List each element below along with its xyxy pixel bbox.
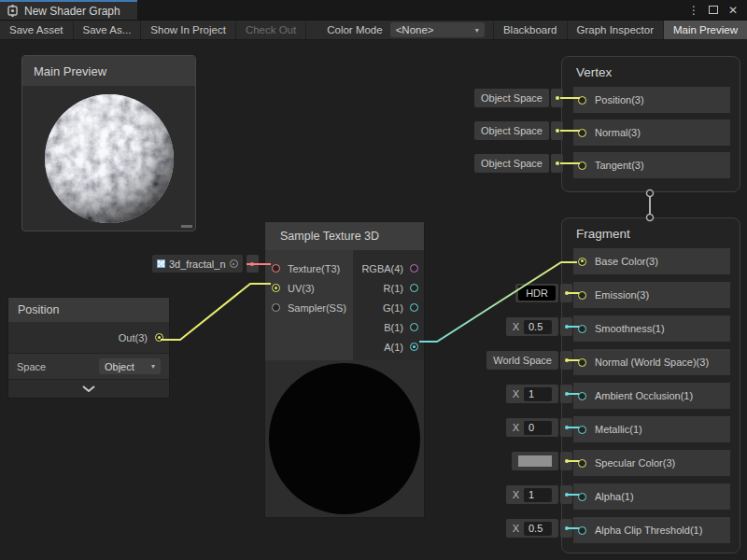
ambient-occlusion-value-chip[interactable]: X 1 [506,385,572,403]
sample-texture-3d-title: Sample Texture 3D [265,222,424,250]
normal-ws-slot[interactable]: Normal (World Space)(3) [573,349,730,375]
position-space-chip[interactable]: Object Space [474,89,563,107]
node-preview-sphere [269,363,420,514]
save-asset-button[interactable]: Save Asset [0,21,74,39]
position-out-slot[interactable]: Out(3) [8,322,169,354]
base-color-slot[interactable]: Base Color(3) [573,248,730,274]
a-output-slot[interactable]: A(1) [353,337,424,357]
tab-title: New Shader Graph [24,5,120,18]
position-port[interactable] [578,96,586,105]
main-preview-viewport[interactable] [22,86,195,231]
fragment-node[interactable]: Fragment Base Color(3) Emission(3) Smoot… [561,217,740,553]
close-icon[interactable]: ✕ [726,1,740,20]
r-output-slot[interactable]: R(1) [353,278,424,298]
ambient-occlusion-value-field[interactable]: 1 [524,387,552,401]
normal-ws-port[interactable] [578,358,586,367]
texture-asset-name: 3d_fractal_n [169,259,226,270]
emission-hdr-chip[interactable]: HDR [515,284,572,302]
vertex-normal-slot[interactable]: Normal(3) [573,119,730,146]
a-output-port[interactable] [410,343,418,351]
texture-input-port[interactable] [272,264,280,273]
ambient-occlusion-port[interactable] [578,392,586,400]
emission-port[interactable] [578,291,586,300]
alpha-value-field[interactable]: 1 [524,488,552,502]
g-output-slot[interactable]: G(1) [353,298,424,317]
node-preview-area [265,360,424,517]
chevron-down-icon: ▾ [151,362,155,371]
main-preview-toggle-button[interactable]: Main Preview [663,21,747,39]
port-dot [565,325,569,329]
color-mode-dropdown[interactable]: <None> ▾ [390,22,485,37]
specular-color-chip[interactable] [512,452,572,470]
panel-resize-grip[interactable] [181,225,192,228]
vertex-tangent-slot[interactable]: Tangent(3) [573,152,730,178]
object-picker-icon[interactable] [230,259,238,268]
texture-input-slot[interactable]: Texture(T3) [265,259,353,278]
tangent-space-chip[interactable]: Object Space [474,154,563,173]
metallic-value-chip[interactable]: X 0 [506,418,572,437]
metallic-port[interactable] [578,426,586,434]
alpha-clip-threshold-slot[interactable]: Alpha Clip Threshold(1) [573,517,730,543]
g-output-port[interactable] [410,303,418,312]
alpha-port[interactable] [578,493,586,501]
specular-color-port[interactable] [578,459,586,468]
main-preview-title: Main Preview [34,64,106,78]
window-menu-icon[interactable]: ⋮ [687,1,700,20]
alpha-clip-threshold-value-field[interactable]: 0.5 [524,522,552,536]
main-preview-panel[interactable]: Main Preview [21,55,196,231]
edge-position-to-uv[interactable] [161,284,271,340]
normal-port[interactable] [578,129,586,137]
texture-asset-icon [157,259,165,268]
b-output-slot[interactable]: B(1) [353,317,424,337]
alpha-value-chip[interactable]: X 1 [506,485,572,504]
blackboard-toggle-button[interactable]: Blackboard [493,21,567,39]
rgba-output-port[interactable] [410,264,418,273]
save-as-button[interactable]: Save As... [74,21,142,39]
preview-sphere-image [43,92,176,225]
smoothness-value-chip[interactable]: X 0.5 [506,317,572,336]
smoothness-slot[interactable]: Smoothness(1) [573,315,730,342]
port-dot [565,392,569,396]
sample-texture-3d-node[interactable]: Sample Texture 3D Texture(T3) UV(3) Samp… [264,221,425,518]
space-dropdown[interactable]: Object ▾ [99,358,161,374]
alpha-slot[interactable]: Alpha(1) [573,483,730,510]
position-out-port[interactable] [155,333,163,342]
collapse-preview-button[interactable] [8,380,169,398]
port-dot [565,291,569,295]
tangent-port[interactable] [578,161,586,170]
specular-color-slot[interactable]: Specular Color(3) [573,450,730,476]
maximize-icon[interactable] [707,1,720,20]
vertex-position-slot[interactable]: Position(3) [573,87,730,113]
b-output-port[interactable] [410,323,418,331]
alpha-clip-threshold-value-chip[interactable]: X 0.5 [506,519,572,538]
smoothness-value-field[interactable]: 0.5 [524,320,552,334]
smoothness-port[interactable] [578,325,586,333]
alpha-clip-threshold-port[interactable] [578,526,586,535]
show-in-project-button[interactable]: Show In Project [141,21,236,39]
texture-object-field-chip[interactable]: 3d_fractal_n [152,255,259,273]
tab-new-shader-graph[interactable]: New Shader Graph [0,0,137,20]
uv-input-slot[interactable]: UV(3) [265,278,353,298]
position-space-row: Space Object ▾ [8,354,169,380]
ambient-occlusion-slot[interactable]: Ambient Occlusion(1) [573,383,730,409]
port-dot [556,161,559,165]
uv-input-port[interactable] [272,284,280,292]
position-node[interactable]: Position Out(3) Space Object ▾ [7,297,170,399]
vertex-node[interactable]: Vertex Position(3) Normal(3) Tangent(3) [561,56,740,192]
main-preview-header[interactable]: Main Preview [22,56,195,86]
sampler-input-port[interactable] [272,303,280,312]
normal-space-mode-chip[interactable]: World Space [486,351,572,370]
check-out-button: Check Out [236,21,306,39]
shader-graph-canvas[interactable]: Main Preview [0,40,747,560]
specular-color-swatch[interactable] [518,455,552,467]
sampler-input-slot[interactable]: Sampler(SS) [265,298,353,317]
r-output-port[interactable] [410,284,418,292]
metallic-value-field[interactable]: 0 [524,421,552,435]
metallic-slot[interactable]: Metallic(1) [573,416,730,442]
hdr-color-field[interactable]: HDR [518,286,556,301]
rgba-output-slot[interactable]: RGBA(4) [353,259,424,278]
normal-space-chip[interactable]: Object Space [474,121,563,140]
graph-inspector-toggle-button[interactable]: Graph Inspector [567,21,663,39]
base-color-port[interactable] [578,258,586,266]
emission-slot[interactable]: Emission(3) [573,282,730,308]
